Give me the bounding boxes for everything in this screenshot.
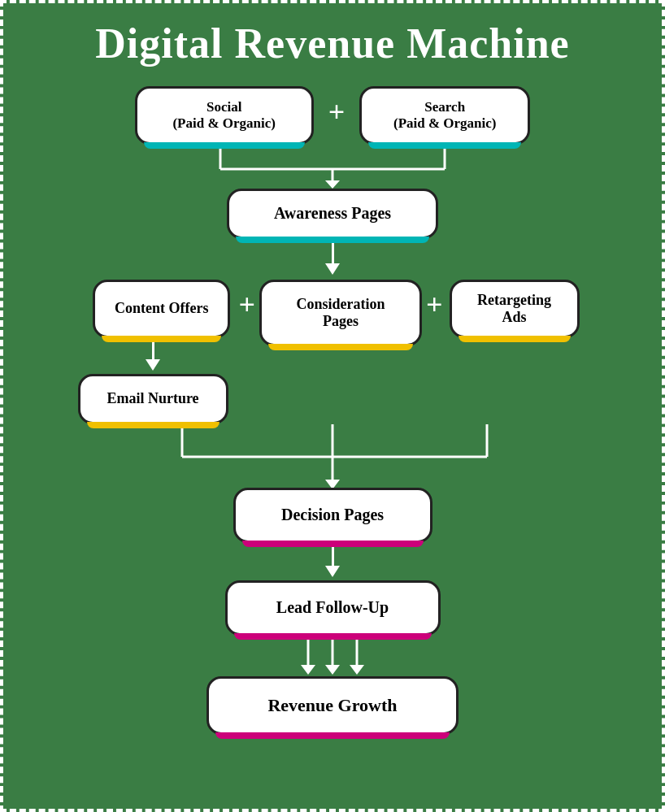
plus-sign-2: + <box>238 288 255 330</box>
svg-marker-4 <box>325 180 340 189</box>
middle-section: Content Offers + Email Nurture Considera… <box>28 280 637 424</box>
left-col: Content Offers + Email Nurture <box>85 280 255 424</box>
arrow-decision-to-lead <box>325 546 340 577</box>
arrow-content-to-email <box>146 341 160 371</box>
svg-marker-15 <box>325 665 340 675</box>
converging-arrows-svg <box>56 424 609 489</box>
search-box: Search (Paid & Organic) <box>359 86 530 145</box>
awareness-box: Awareness Pages <box>227 189 438 239</box>
revenue-box: Revenue Growth <box>206 676 459 735</box>
right-col: + Retargeting Ads <box>426 280 580 338</box>
center-col: Consideration Pages <box>255 280 426 346</box>
svg-marker-17 <box>350 665 364 675</box>
top-row: Social (Paid & Organic) + Search (Paid &… <box>28 86 637 145</box>
lead-followup-label: Lead Follow-Up <box>276 598 389 617</box>
arrow-awareness-to-consideration <box>325 241 340 275</box>
email-nurture-label: Email Nurture <box>106 390 198 407</box>
retargeting-label: Retargeting Ads <box>477 292 551 326</box>
main-title: Digital Revenue Machine <box>95 20 569 68</box>
diagram-container: Digital Revenue Machine Social (Paid & O… <box>0 0 665 812</box>
social-label: Social (Paid & Organic) <box>172 99 276 132</box>
decision-box: Decision Pages <box>233 488 432 543</box>
top-section: Social (Paid & Organic) + Search (Paid &… <box>28 86 637 276</box>
consideration-label: Consideration Pages <box>296 296 385 330</box>
content-offers-label: Content Offers <box>115 300 208 317</box>
search-label: Search (Paid & Organic) <box>393 99 497 132</box>
svg-marker-13 <box>301 665 315 675</box>
revenue-label: Revenue Growth <box>267 695 397 716</box>
email-nurture-box: Email Nurture <box>78 374 228 424</box>
consideration-box: Consideration Pages <box>259 280 422 346</box>
bracket-svg <box>129 145 536 189</box>
lead-followup-box: Lead Follow-Up <box>225 580 441 636</box>
triple-arrows-svg <box>284 639 381 675</box>
awareness-label: Awareness Pages <box>274 204 391 223</box>
content-offers-box: Content Offers <box>93 280 230 338</box>
retargeting-box: Retargeting Ads <box>450 280 580 338</box>
decision-label: Decision Pages <box>281 506 384 524</box>
plus-sign-1: + <box>328 95 346 136</box>
plus-sign-3: + <box>426 288 443 330</box>
social-box: Social (Paid & Organic) <box>135 86 314 145</box>
